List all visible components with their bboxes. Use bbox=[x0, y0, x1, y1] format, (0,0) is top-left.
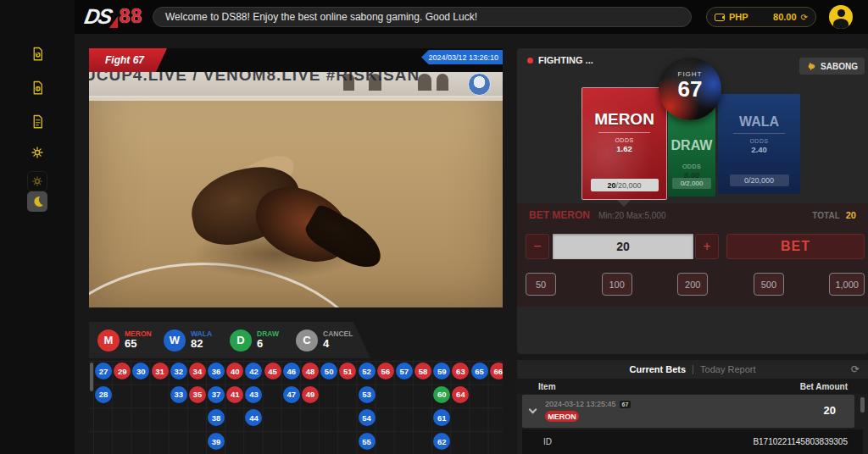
bet-id-value: B1710221145803839305 bbox=[753, 437, 848, 446]
column-bet-amount: Bet Amount bbox=[800, 382, 848, 391]
bet-row[interactable]: 2024-03-12 13:25:45 67 MERON 20 bbox=[522, 395, 854, 428]
bet-side-title: BET MERON bbox=[529, 209, 590, 221]
video-header: Fight 67 2024/03/12 13:26:10 bbox=[89, 48, 503, 72]
ds88-logo[interactable]: DS 88 bbox=[85, 4, 142, 29]
meron-pool-max: /20,000 bbox=[615, 181, 641, 190]
draw-pool: 0/2,000 bbox=[672, 178, 711, 189]
meron-divider bbox=[598, 132, 650, 133]
trend-ball-61: 61 bbox=[433, 409, 450, 426]
tab-today-report[interactable]: Today Report bbox=[700, 364, 755, 374]
trend-ball-31: 31 bbox=[152, 363, 169, 379]
meron-pool-current: 20 bbox=[607, 181, 615, 190]
wala-odds-value: 2.40 bbox=[718, 145, 800, 154]
live-video-player[interactable]: UCUP4.LIVE / VENOM8.LIVE #RISKISAN ⟳ Fig… bbox=[89, 48, 503, 307]
trend-ball-42: 42 bbox=[245, 363, 262, 379]
meron-odds-label: ODDS bbox=[582, 137, 666, 143]
stream-watermark: UCUP4.LIVE / VENOM8.LIVE #RISKISAN bbox=[89, 72, 420, 85]
light-mode-icon[interactable] bbox=[27, 171, 47, 191]
wala-odds-label: ODDS bbox=[718, 138, 800, 144]
trend-ball-41: 41 bbox=[226, 386, 243, 403]
spectator bbox=[418, 74, 431, 91]
trend-ball-35: 35 bbox=[189, 386, 206, 403]
stats-bar: MMERON65WWALA82DDRAW6CCANCEL4 bbox=[89, 322, 370, 358]
wala-divider bbox=[733, 133, 784, 134]
trend-scrollbar[interactable] bbox=[90, 363, 93, 391]
trend-ball-65: 65 bbox=[471, 363, 488, 379]
trend-ball-58: 58 bbox=[415, 363, 431, 379]
welcome-banner: Welcome to DS88! Enjoy the best online s… bbox=[153, 7, 692, 27]
provider-badge[interactable]: SABONG bbox=[799, 58, 865, 75]
bet-amount-value: 20 bbox=[824, 404, 836, 417]
wallet-currency: PHP bbox=[729, 12, 748, 22]
trend-ball-50: 50 bbox=[320, 363, 337, 379]
stat-count: 65 bbox=[125, 338, 152, 350]
bets-tabs: Current Bets Today Report ⟳ bbox=[517, 360, 868, 379]
fight-number-badge: Fight 67 bbox=[89, 48, 167, 72]
trend-ball-43: 43 bbox=[245, 386, 262, 403]
trend-ball-40: 40 bbox=[226, 363, 243, 379]
stat-count: 6 bbox=[257, 338, 279, 350]
wala-pool: 0/20,000 bbox=[730, 174, 789, 186]
trend-ball-34: 34 bbox=[189, 363, 206, 379]
trend-ball-57: 57 bbox=[396, 363, 413, 379]
wallet-amount: 80.00 bbox=[773, 12, 797, 22]
bets-refresh-icon[interactable]: ⟳ bbox=[851, 363, 860, 375]
bets-scrollbar[interactable] bbox=[860, 397, 865, 412]
fight-number-ball: FIGHT 67 bbox=[659, 58, 721, 120]
user-avatar[interactable] bbox=[829, 5, 853, 29]
dark-mode-icon[interactable] bbox=[27, 191, 47, 212]
cancel-icon: C bbox=[296, 329, 318, 352]
trend-ball-37: 37 bbox=[208, 386, 225, 403]
trend-ball-29: 29 bbox=[114, 363, 131, 379]
logo-ds-mark: DS bbox=[82, 4, 113, 29]
total-label: TOTAL bbox=[812, 211, 839, 220]
stat-wala: WWALA82 bbox=[164, 329, 216, 352]
trend-ball-48: 48 bbox=[302, 363, 319, 379]
chip-50[interactable]: 50 bbox=[526, 273, 556, 296]
draw-icon: D bbox=[230, 329, 252, 352]
chip-row: 501002005001,000 bbox=[526, 273, 865, 296]
trend-ball-62: 62 bbox=[433, 433, 450, 450]
trend-grid[interactable]: 2728293031323334353637383940414243444546… bbox=[89, 360, 503, 454]
chip-500[interactable]: 500 bbox=[754, 273, 784, 296]
bet-history-icon[interactable] bbox=[27, 44, 47, 64]
bet-limits: Min:20 Max:5,000 bbox=[598, 211, 666, 220]
provider-name: SABONG bbox=[821, 62, 858, 71]
meron-odds-value: 1.62 bbox=[582, 144, 666, 153]
app: DS 88 Welcome to DS88! Enjoy the best on… bbox=[0, 0, 868, 454]
tab-current-bets[interactable]: Current Bets bbox=[629, 364, 686, 374]
meron-icon: M bbox=[97, 329, 120, 352]
left-sidebar bbox=[0, 0, 75, 454]
meron-bet-card[interactable]: MERON ODDS 1.62 20/20,000 bbox=[581, 87, 667, 200]
bets-column-headers: Item Bet Amount bbox=[517, 379, 868, 394]
chip-100[interactable]: 100 bbox=[602, 273, 632, 296]
trend-ball-51: 51 bbox=[339, 363, 356, 379]
logo-88-mark: 88 bbox=[120, 5, 143, 28]
trend-ball-39: 39 bbox=[208, 433, 225, 450]
place-bet-button[interactable]: BET bbox=[726, 234, 865, 259]
selected-card-pointer bbox=[617, 200, 631, 207]
stat-draw: DDRAW6 bbox=[230, 329, 282, 352]
meron-card-title: MERON bbox=[582, 110, 666, 129]
transactions-icon[interactable] bbox=[27, 78, 47, 98]
wallet-refresh-icon[interactable]: ⟳ bbox=[801, 13, 808, 22]
increase-bet-button[interactable]: + bbox=[695, 234, 719, 259]
rules-icon[interactable] bbox=[27, 112, 47, 132]
wala-bet-card[interactable]: WALA ODDS 2.40 0/20,000 bbox=[718, 94, 800, 194]
chevron-down-icon[interactable] bbox=[529, 406, 537, 414]
wallet-balance[interactable]: PHP 80.00 ⟳ bbox=[706, 7, 816, 27]
stat-count: 82 bbox=[191, 338, 212, 350]
trend-ball-44: 44 bbox=[245, 409, 262, 426]
tab-divider bbox=[693, 365, 693, 374]
chip-1000[interactable]: 1,000 bbox=[829, 273, 865, 296]
trend-ball-52: 52 bbox=[359, 363, 376, 379]
column-item: Item bbox=[538, 382, 556, 391]
trend-ball-30: 30 bbox=[132, 363, 149, 379]
decrease-bet-button[interactable]: − bbox=[526, 234, 549, 259]
top-bar: DS 88 Welcome to DS88! Enjoy the best on… bbox=[75, 0, 868, 34]
stream-logo bbox=[468, 73, 491, 96]
settings-icon[interactable] bbox=[27, 142, 47, 163]
chip-200[interactable]: 200 bbox=[677, 273, 708, 296]
bet-amount-input[interactable]: 20 bbox=[553, 234, 693, 259]
trend-ball-60: 60 bbox=[433, 386, 450, 403]
